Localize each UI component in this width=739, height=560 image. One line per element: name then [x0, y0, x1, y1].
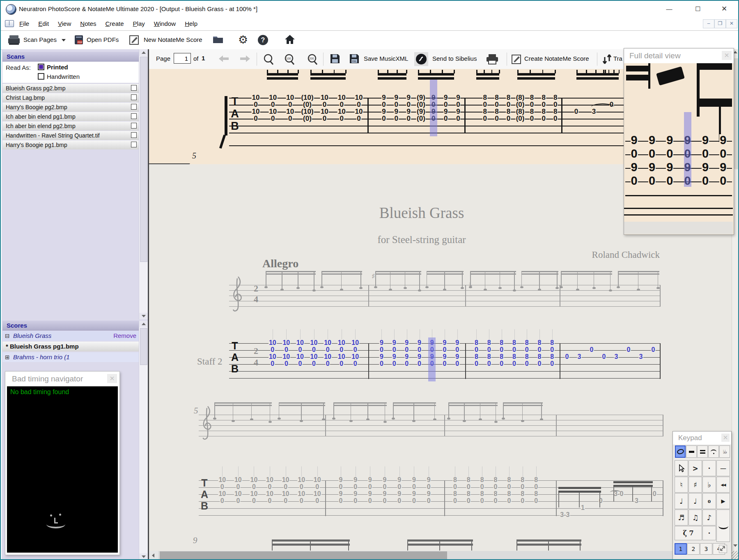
- scan-file-checkbox[interactable]: [131, 123, 137, 129]
- scan-file-row[interactable]: Handwritten - Ravel String Quartet.tif: [2, 131, 139, 140]
- keypad-close-icon[interactable]: ✕: [721, 434, 730, 442]
- minimize-button[interactable]: —: [661, 3, 677, 15]
- previous-page-icon[interactable]: [218, 55, 230, 63]
- scan-file-checkbox[interactable]: [131, 132, 137, 138]
- handwritten-label[interactable]: Handwritten: [47, 73, 80, 80]
- open-pdfs-button[interactable]: Open PDFs: [87, 36, 119, 43]
- scan-file-checkbox[interactable]: [131, 142, 137, 147]
- double-flat-tab[interactable]: ♭♭: [719, 445, 730, 458]
- notehead-tab[interactable]: [686, 445, 697, 458]
- keypad-tie-button[interactable]: [716, 510, 730, 542]
- scan-pages-button[interactable]: Scan Pages: [23, 36, 57, 43]
- scan-file-checkbox[interactable]: [131, 94, 137, 100]
- scan-file-row[interactable]: Ich aber bin elend pg1.bmp: [2, 112, 139, 121]
- scroll-up-button[interactable]: [139, 49, 148, 56]
- scrollbar-thumb[interactable]: [140, 57, 147, 262]
- menu-play[interactable]: Play: [133, 17, 145, 30]
- keypad-sharp-button[interactable]: ♯: [689, 477, 702, 493]
- keypad-tab-2[interactable]: 2: [687, 543, 700, 555]
- bad-timing-close-icon[interactable]: ✕: [107, 374, 117, 383]
- whole-note-tab-selected[interactable]: [675, 445, 686, 458]
- mdi-minimize-button[interactable]: –: [703, 19, 714, 28]
- fermata-tab[interactable]: [708, 445, 719, 458]
- collapse-icon[interactable]: ⊟: [5, 331, 10, 341]
- close-button[interactable]: ✕: [716, 3, 732, 15]
- maximize-button[interactable]: ☐: [690, 3, 706, 15]
- scrollbar-thumb[interactable]: [140, 328, 147, 365]
- keypad-play-button[interactable]: ▶: [716, 493, 730, 509]
- scan-file-row[interactable]: Blueish Grass pg2.bmp: [2, 84, 139, 93]
- scan-file-row[interactable]: Harry's Boogie pg1.bmp: [2, 140, 139, 149]
- save-musicxml-button[interactable]: Save MusicXML: [364, 55, 408, 62]
- full-detail-close-icon[interactable]: ✕: [722, 51, 732, 60]
- keypad-quarter-note-2-button[interactable]: ♩: [689, 493, 702, 509]
- score-row[interactable]: * Blueish Grass pg1.bmp: [2, 342, 139, 351]
- scroll-down-button[interactable]: [139, 313, 148, 319]
- scan-file-checkbox[interactable]: [131, 85, 137, 91]
- keypad-sixteenth-note-button[interactable]: ♬: [675, 510, 688, 526]
- menu-help[interactable]: Help: [185, 17, 197, 30]
- keypad-whole-note-button[interactable]: o: [702, 493, 716, 509]
- scan-file-row[interactable]: Harry's Boogie pg2.bmp: [2, 103, 139, 112]
- help-icon[interactable]: ?: [258, 35, 268, 45]
- home-icon[interactable]: [284, 34, 296, 45]
- beam-tab[interactable]: [697, 445, 708, 458]
- keypad-tab-3[interactable]: 3: [700, 543, 712, 555]
- menu-notes[interactable]: Notes: [80, 17, 96, 30]
- scans-scrollbar[interactable]: [139, 49, 148, 319]
- keypad-cursor-button[interactable]: [675, 460, 688, 476]
- scan-file-checkbox[interactable]: [131, 113, 137, 119]
- folder-icon[interactable]: [212, 34, 224, 44]
- keypad-flat-button[interactable]: ♭: [702, 477, 716, 493]
- print-icon[interactable]: [486, 53, 499, 65]
- menu-window[interactable]: Window: [154, 17, 176, 30]
- printed-label[interactable]: Printed: [47, 64, 68, 71]
- create-notateme-score-button[interactable]: Create NotateMe Score: [524, 55, 589, 62]
- score-row[interactable]: ⊞Brahms - horn trio (1: [2, 352, 139, 362]
- score-row[interactable]: ⊟Blueish GrassRemove: [2, 331, 139, 341]
- save-musicxml-icon[interactable]: XML: [349, 53, 360, 64]
- expand-icon[interactable]: ⊞: [5, 352, 10, 362]
- menu-view[interactable]: View: [58, 17, 71, 30]
- window-resize-grip[interactable]: [732, 551, 739, 560]
- transpose-icon[interactable]: [601, 54, 613, 64]
- scores-scrollbar[interactable]: [139, 321, 148, 560]
- scroll-down-button[interactable]: [139, 553, 148, 560]
- scrollbar-thumb[interactable]: [160, 551, 447, 560]
- keypad-rests-button[interactable]: ζ 7: [675, 526, 702, 540]
- menu-edit[interactable]: Edit: [38, 17, 49, 30]
- keypad-rewind-button[interactable]: ◀◀: [716, 477, 730, 493]
- zoom-100-icon[interactable]: 100: [283, 53, 296, 66]
- keypad-accent-button[interactable]: >: [689, 460, 702, 476]
- printed-checkbox[interactable]: [38, 64, 44, 70]
- keypad-natural-button[interactable]: ♮: [675, 477, 688, 493]
- scroll-up-button[interactable]: [139, 321, 148, 327]
- keypad-eighth-note-pair-button[interactable]: ♫: [689, 510, 702, 526]
- keypad-eighth-note-button[interactable]: ♪: [702, 510, 716, 526]
- next-page-icon[interactable]: [239, 55, 251, 63]
- settings-gear-icon[interactable]: ⚙: [238, 34, 248, 46]
- keypad-quarter-note-button[interactable]: ♩: [675, 493, 688, 509]
- save-icon[interactable]: [330, 53, 340, 64]
- mdi-restore-button[interactable]: ❐: [714, 19, 726, 28]
- score-remove-link[interactable]: Remove: [113, 331, 136, 341]
- keypad-dot-button[interactable]: •: [702, 460, 716, 476]
- new-notateme-score-button[interactable]: New NotateMe Score: [144, 36, 202, 43]
- transpose-button[interactable]: Tra: [613, 55, 622, 62]
- sibelius-icon-bg[interactable]: [414, 52, 428, 66]
- keypad-resize-grip[interactable]: [719, 545, 727, 553]
- page-number-input[interactable]: [174, 53, 191, 64]
- scan-file-checkbox[interactable]: [131, 104, 137, 110]
- menu-create[interactable]: Create: [106, 17, 124, 30]
- scroll-down-button[interactable]: [733, 544, 737, 547]
- horizontal-scrollbar[interactable]: [149, 551, 732, 560]
- scan-file-row[interactable]: Christ Lag.bmp: [2, 93, 139, 102]
- mdi-close-button[interactable]: ✕: [726, 19, 737, 28]
- keypad-dash-button[interactable]: —: [716, 460, 730, 476]
- keypad-tab-1[interactable]: 1: [675, 543, 687, 555]
- zoom-icon[interactable]: [262, 53, 275, 66]
- scan-file-row[interactable]: Ich aber bin elend pg2.bmp: [2, 122, 139, 131]
- scan-pages-dropdown-icon[interactable]: [62, 39, 66, 41]
- keypad-dot-button[interactable]: •: [702, 526, 716, 540]
- send-to-sibelius-button[interactable]: Send to Sibelius: [432, 55, 477, 62]
